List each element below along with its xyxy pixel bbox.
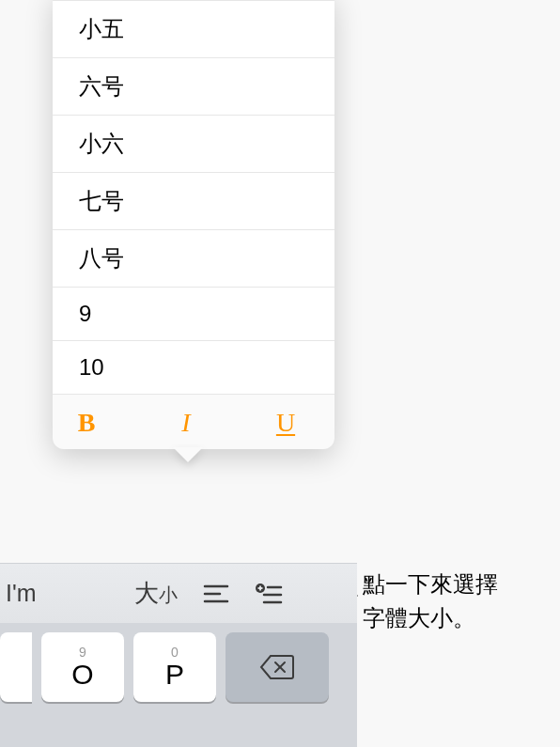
keyboard-shortcut-bar: I'm 大小 (0, 563, 357, 623)
bold-button[interactable]: B (64, 408, 109, 438)
font-size-button[interactable]: 大小 (134, 577, 178, 610)
key-sublabel: 0 (171, 646, 179, 659)
size-option[interactable]: 9 (53, 288, 334, 341)
italic-button[interactable]: I (163, 408, 209, 438)
backspace-icon (259, 654, 295, 680)
font-size-list: 小五 六号 小六 七号 八号 9 10 (53, 0, 334, 395)
text-style-row: B I U (53, 395, 334, 442)
callout-line2: 字體大小。 (363, 601, 551, 635)
align-icon[interactable] (202, 580, 230, 608)
size-option[interactable]: 10 (53, 341, 334, 395)
key-mainlabel: P (165, 661, 184, 689)
key-partial-left[interactable] (0, 632, 32, 702)
key-sublabel: 9 (79, 646, 86, 659)
key-p[interactable]: 0 P (133, 632, 216, 702)
size-option[interactable]: 六号 (53, 58, 334, 116)
key-backspace[interactable] (226, 632, 329, 702)
size-option[interactable]: 小五 (53, 1, 334, 58)
underline-button[interactable]: U (263, 408, 308, 438)
size-option[interactable]: 小六 (53, 116, 334, 173)
key-mainlabel: O (71, 661, 93, 689)
onscreen-keyboard: 9 O 0 P (0, 623, 357, 747)
list-insert-icon[interactable] (255, 580, 283, 608)
size-option[interactable]: 七号 (53, 173, 334, 230)
size-label-small: 小 (159, 584, 178, 605)
size-option[interactable]: 八号 (53, 230, 334, 288)
key-o[interactable]: 9 O (41, 632, 124, 702)
callout-annotation: 點一下來選擇 字體大小。 (363, 568, 551, 635)
callout-line1: 點一下來選擇 (363, 568, 551, 601)
popover-tail (173, 447, 203, 462)
predictive-suggestion[interactable]: I'm (6, 580, 37, 607)
size-label-big: 大 (134, 579, 159, 607)
font-size-popover: 小五 六号 小六 七号 八号 9 10 B I U (53, 0, 334, 449)
